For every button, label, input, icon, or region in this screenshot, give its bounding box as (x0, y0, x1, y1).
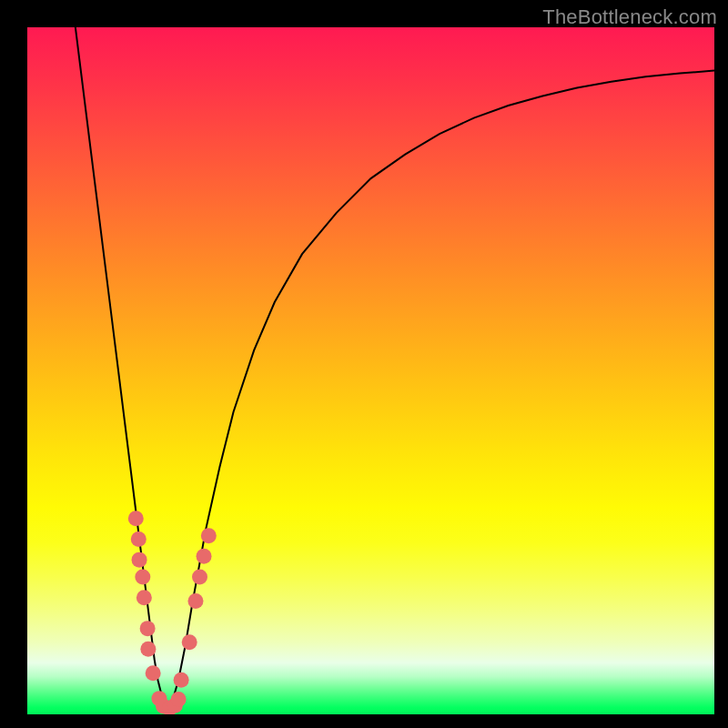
curve-group (76, 27, 714, 711)
marker-point (192, 570, 207, 585)
watermark-text: TheBottleneck.com (542, 5, 717, 29)
curve-right-branch (167, 71, 714, 712)
marker-point (201, 528, 217, 543)
chart-frame: TheBottleneck.com (0, 0, 728, 728)
chart-svg (27, 27, 714, 714)
marker-point (171, 692, 187, 707)
marker-point (140, 621, 156, 636)
marker-point (128, 511, 144, 526)
marker-point (197, 549, 212, 564)
marker-point (132, 552, 147, 568)
marker-point (140, 642, 156, 657)
marker-point (146, 665, 161, 681)
marker-point (187, 593, 203, 609)
marker-point (131, 531, 147, 547)
marker-point (182, 634, 197, 650)
marker-point (136, 590, 152, 605)
marker-point (174, 672, 189, 688)
plot-area (27, 27, 714, 714)
marker-point (135, 570, 150, 585)
curve-left-branch (76, 27, 167, 711)
